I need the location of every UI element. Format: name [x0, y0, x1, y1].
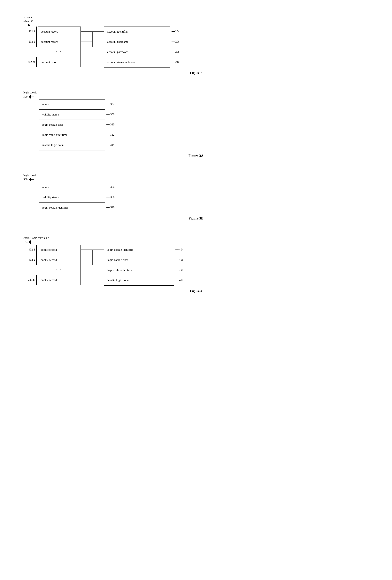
fig3a-table-group: nonce validity stamp login cookie class … — [39, 99, 376, 150]
fig2-diagram: account table 122 202-1 account record — [23, 16, 376, 67]
svg-marker-5 — [29, 95, 31, 99]
fig2-refs: 204 206 208 210 — [172, 26, 180, 67]
fig2-ref-3: 210 — [172, 57, 180, 67]
fig2-right-row-2: account password — [104, 47, 170, 57]
fig3a-caption: Figure 3A — [16, 154, 376, 158]
fig3a-row-2: login cookie class — [39, 120, 105, 130]
fig3a-arrow-svg — [29, 95, 34, 99]
fig3a-ref-2: 310 — [106, 120, 114, 130]
fig2-table-label: account table 122 — [23, 16, 33, 26]
fig3a-ref-3: 312 — [106, 130, 114, 140]
fig4-right-group: login cookie identifier login cookie cla… — [104, 245, 184, 286]
fig2-label-line2: table 122 — [23, 19, 33, 23]
fig3b-arrow-svg — [29, 178, 34, 181]
fig2-row-2: 202-2 account record — [23, 37, 81, 47]
fig2-ref-num-3: 210 — [176, 60, 180, 64]
svg-marker-9 — [29, 240, 31, 244]
fig4-row-label-o: 402-O — [23, 279, 35, 282]
fig4-label-line1: cookie-login state table — [23, 236, 376, 240]
figure-2-section: account table 122 202-1 account record — [16, 12, 376, 81]
fig4-arrow-svg — [29, 240, 34, 244]
fig4-ref-num-0: 404 — [179, 248, 184, 251]
fig4-right-row-2: login-valid-after time — [104, 265, 174, 275]
fig4-row-1: 402-1 cookie record — [23, 245, 81, 255]
fig2-right-row-3: account status indicator — [104, 57, 170, 67]
fig4-row-label-2: 402-2 — [23, 258, 35, 261]
fig3a-table: nonce validity stamp login cookie class … — [39, 99, 105, 150]
fig4-left-row2: cookie record — [38, 255, 81, 265]
fig2-ref-num-0: 204 — [176, 30, 180, 33]
fig3b-caption: Figure 3B — [16, 216, 376, 220]
fig2-row-label-2: 202-2 — [23, 40, 35, 43]
fig3b-row-2: login cookie identifier — [39, 202, 105, 213]
fig3a-cookie-ref: 300 — [23, 95, 27, 98]
fig3b-row-0: nonce — [39, 182, 105, 192]
svg-marker-7 — [29, 178, 31, 181]
fig4-main-row: 402-1 cookie record 402-2 cookie record — [23, 245, 376, 286]
fig3a-cookie-label: login cookie — [23, 91, 37, 95]
fig3b-cookie-ref: 300 — [23, 178, 27, 181]
fig3b-row-1: validity stamp — [39, 192, 105, 202]
fig2-ref-num-2: 208 — [176, 50, 180, 53]
fig4-right-row-1: login cookie class — [104, 255, 174, 265]
fig2-ref-0: 204 — [172, 26, 180, 37]
fig3b-cookie-label: login cookie — [23, 174, 37, 177]
page-content: account table 122 202-1 account record — [16, 12, 376, 307]
fig2-row-label-1: 202-1 — [23, 30, 35, 33]
fig3b-table: nonce validity stamp login cookie identi… — [39, 182, 105, 213]
fig4-left-row1: cookie record — [38, 245, 81, 255]
fig3a-row-4: invalid login count — [39, 140, 105, 150]
figure-3a-section: login cookie 300 nonce validity stam — [16, 89, 376, 164]
fig2-ref-2: 208 — [172, 47, 180, 57]
fig2-left-table: account record — [38, 26, 81, 37]
fig4-ref-num-1: 406 — [179, 258, 184, 261]
fig4-ref-num-2: 408 — [179, 269, 184, 272]
fig4-ref-3: 410 — [176, 275, 184, 285]
fig4-ref-2: 408 — [176, 265, 184, 275]
fig3b-ref-0: 304 — [106, 182, 114, 192]
fig3a-ref-4: 314 — [106, 140, 114, 150]
fig4-right-row-0: login cookie identifier — [104, 245, 174, 255]
fig2-row-label-m: 202-M — [23, 60, 35, 64]
fig2-left-rowm: account record — [38, 57, 81, 67]
fig2-right-table: account identifier account username acco… — [104, 26, 170, 67]
fig4-left-rowo: cookie record — [38, 275, 81, 285]
fig3a-diagram: login cookie 300 nonce validity stam — [23, 91, 376, 150]
fig2-dots: • • — [38, 47, 81, 57]
fig3a-refs: 304 306 310 312 — [106, 99, 114, 150]
fig3a-ref-0: 304 — [106, 99, 114, 110]
fig3b-label-group: login cookie 300 — [23, 174, 376, 181]
fig4-caption: Figure 4 — [16, 289, 376, 293]
fig2-ref-num-1: 206 — [176, 40, 180, 43]
fig2-left-row2: account record — [38, 37, 81, 47]
fig4-table-label: cookie-login state table 133 — [23, 236, 376, 244]
fig4-ref-0: 404 — [176, 245, 184, 255]
fig3b-ref-2: 316 — [106, 202, 114, 212]
fig2-right-row-1: account username — [104, 37, 170, 47]
fig4-refs: 404 406 408 410 — [176, 245, 184, 286]
fig3b-ref-1: 306 — [106, 192, 114, 202]
fig2-row-m: 202-M account record — [23, 57, 81, 67]
fig3b-diagram: login cookie 300 nonce validity stam — [23, 174, 376, 213]
fig4-row-o: 402-O cookie record — [23, 275, 81, 285]
fig2-right-row-0: account identifier — [104, 27, 170, 37]
fig2-caption: Figure 2 — [16, 71, 376, 75]
fig4-row-2: 402-2 cookie record — [23, 255, 81, 265]
fig2-left-table-group: 202-1 account record 202-2 account recor… — [23, 26, 81, 67]
fig4-diagram: cookie-login state table 133 402-1 — [23, 236, 376, 286]
fig2-ref-1: 206 — [172, 37, 180, 47]
fig4-dots: • • — [38, 265, 81, 275]
figure-4-section: cookie-login state table 133 402-1 — [16, 234, 376, 299]
fig2-right-group: account identifier account username acco… — [104, 26, 180, 67]
fig4-right-table: login cookie identifier login cookie cla… — [104, 245, 174, 286]
fig4-left-group: 402-1 cookie record 402-2 cookie record — [23, 245, 81, 285]
fig2-label-line1: account — [23, 16, 33, 19]
fig4-connector-svg — [81, 245, 104, 286]
fig3a-row-0: nonce — [39, 100, 105, 110]
fig4-right-row-3: invalid login count — [104, 275, 174, 286]
fig3b-refs: 304 306 316 — [106, 182, 114, 213]
fig4-ref-num-3: 410 — [179, 279, 184, 282]
fig2-row-1: 202-1 account record — [23, 26, 81, 37]
fig2-up-arrow — [27, 24, 30, 26]
fig2-row-dots: • • — [23, 47, 81, 57]
